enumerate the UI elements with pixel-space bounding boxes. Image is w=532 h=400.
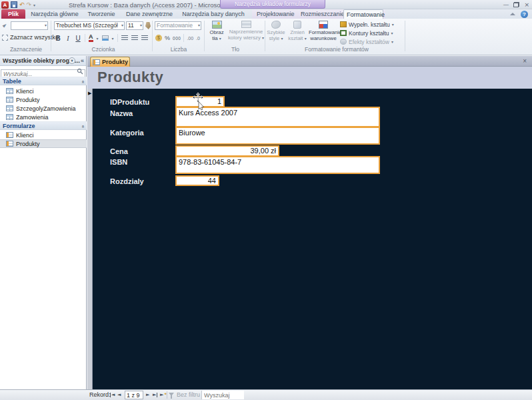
shape-fill-button[interactable]: Wypełn. kształtu ▾ [340,20,394,29]
minimize-icon[interactable]: — [503,1,509,9]
previous-record-button[interactable]: ◄ [117,390,121,400]
collapse-section-icon[interactable]: « [79,125,87,128]
nav-item-label: SzczegolyZamowienia [16,105,76,112]
font-size-value: 11 [128,22,134,29]
shape-effects-button[interactable]: Efekty kształtów ▾ [340,37,394,46]
tab-narzedzia-bazy-danych[interactable]: Narzędzia bazy danych [179,9,248,19]
record-selector-bar[interactable] [87,89,93,389]
group-label-czcionka: Czcionka [67,46,140,53]
nav-item-table-produkty[interactable]: Produkty [0,95,87,104]
close-document-icon[interactable]: × [523,56,527,67]
tab-rozmieszczanie[interactable]: Rozmieszczanie [298,9,342,19]
font-color-icon[interactable]: A [89,34,93,42]
group-label-tlo: Tło [213,46,257,53]
shape-outline-icon [340,30,347,36]
tab-projektowanie[interactable]: Projektowanie [254,9,297,19]
shutter-close-icon[interactable]: « [81,56,84,66]
customize-qat-icon[interactable]: ▾ [33,3,35,7]
navigation-pane-header[interactable]: Wszystkie obiekty progra... ▾ « [0,56,86,66]
nav-item-label: Produkty [16,141,40,147]
percent-format-icon[interactable]: % [165,35,170,41]
change-shape-button[interactable]: Zmień kształt ▾ [287,20,307,45]
nav-item-table-szczegolyzamowienia[interactable]: SzczegolyZamowienia [0,104,87,113]
decrease-decimal-icon[interactable]: .0 [196,36,200,41]
next-record-button[interactable]: ► [146,390,149,400]
conditional-formatting-button[interactable]: Formatowanie warunkowe [309,20,338,45]
background-image-button[interactable]: Obraz tła ▾ [207,20,227,45]
alternate-row-colors-button[interactable]: Naprzemienne kolory wierszy ▾ [227,20,265,45]
font-name-value: Trebuchet MS (Szczegół [56,22,118,29]
table-icon [6,114,13,120]
shape-outline-label: Kontury kształtu [349,30,389,37]
new-record-icon: ► [160,390,163,400]
restore-icon[interactable] [513,2,519,7]
chevron-down-icon[interactable]: ▾ [97,36,99,41]
shape-outline-button[interactable]: Kontury kształtu ▾ [340,29,394,37]
chevron-down-icon[interactable]: ▾ [112,36,114,41]
status-bar: Rekord: ◄ ◄ ► ► ►* Bez filtru [0,389,532,400]
collapse-section-icon[interactable]: « [79,81,87,83]
table-rows-icon [241,21,251,28]
font-name-combobox[interactable]: Trebuchet MS (Szczegół▾ [54,21,125,30]
fill-color-icon[interactable] [102,35,109,41]
group-divider [204,21,205,51]
tab-plik[interactable]: Plik [1,9,25,19]
close-icon[interactable]: × [524,1,529,9]
nav-item-table-klienci[interactable]: Klienci [0,87,87,95]
field-input-nazwa[interactable]: Kurs Access 2007 [175,107,380,127]
tab-dane-zewnetrzne[interactable]: Dane zewnętrzne [121,9,177,19]
field-input-cena[interactable]: 39,00 zł [175,145,279,157]
record-position-input[interactable] [125,391,143,399]
format-painter-icon[interactable] [145,22,151,29]
section-header-formularze[interactable]: Formularze « [0,121,87,130]
field-label-cena: Cena [110,147,128,155]
last-record-button[interactable]: ► [153,390,157,400]
number-format-combobox[interactable]: Formatowanie▾ [155,21,201,30]
group-divider [265,21,265,51]
nav-item-form-produkty[interactable]: Produkty [0,139,87,148]
undo-icon[interactable]: ↶ [19,1,25,8]
nav-menu-dropdown-icon[interactable]: ▾ [69,57,75,64]
section-header-tabele[interactable]: Tabele « [0,77,87,85]
access-app-icon[interactable]: A [1,1,9,9]
thousands-separator-icon[interactable]: 000 [173,36,181,41]
bold-button[interactable]: B [55,35,61,42]
new-record-button[interactable]: ►* [160,390,167,400]
field-input-rozdzialy[interactable]: 44 [175,175,219,186]
underline-button[interactable]: U [75,35,81,42]
group-label-formatowanie-formantow: Formatowanie formantów [287,46,387,53]
ribbon-tab-row: Plik Narzędzia główne Tworzenie Dane zew… [0,9,532,19]
document-tab-produkty[interactable]: Produkty [90,57,130,67]
tab-narzedzia-glowne[interactable]: Narzędzia główne [28,9,81,19]
nav-item-form-klienci[interactable]: Klienci [0,131,87,139]
field-input-kategoria[interactable]: Biurowe [175,127,380,145]
help-icon[interactable]: ? [521,11,528,18]
filter-icon [169,393,174,396]
search-icon[interactable] [77,68,83,75]
quick-styles-button[interactable]: Szybkie style ▾ [266,20,286,45]
filter-state-label[interactable]: Bez filtru [177,390,200,400]
object-selector-combobox[interactable]: ▾ [11,21,48,30]
currency-format-icon[interactable]: $ [155,35,162,41]
select-object-icon[interactable]: ► [1,21,9,29]
save-icon[interactable] [11,1,17,8]
chevron-down-icon: ▾ [219,37,221,41]
form-icon [6,132,13,138]
ribbon: ► ▾ Zaznacz wszystko Zaznaczenie Trebuch… [0,19,532,55]
nav-item-table-zamowienia[interactable]: Zamowienia [0,113,87,121]
field-input-isbn[interactable]: 978-83-61045-84-7 [175,156,380,174]
align-left-icon[interactable] [121,35,128,41]
select-all-label: Zaznacz wszystko [10,34,59,41]
tab-formatowanie[interactable]: Formatowanie [343,9,383,19]
align-center-icon[interactable] [131,35,138,41]
tab-tworzenie[interactable]: Tworzenie [83,9,120,19]
increase-decimal-icon[interactable]: .00 [187,36,193,41]
font-size-combobox[interactable]: 11▾ [126,21,143,30]
minimize-ribbon-icon[interactable] [510,13,515,15]
redo-icon[interactable]: ↷ [27,1,32,8]
first-record-button[interactable]: ◄ [110,390,115,400]
nav-item-label: Zamowienia [16,114,49,121]
record-search-input[interactable] [201,391,244,399]
italic-button[interactable]: I [65,35,71,42]
align-right-icon[interactable] [141,35,148,41]
